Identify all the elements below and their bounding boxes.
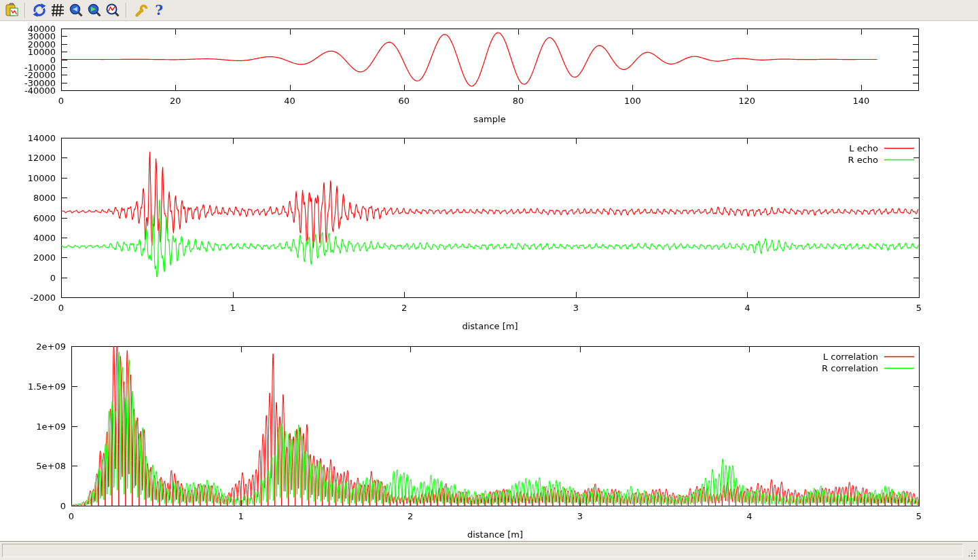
status-message — [2, 544, 963, 557]
grid-icon — [50, 3, 65, 18]
help-button[interactable]: ? — [149, 1, 168, 19]
wrench-icon — [133, 3, 148, 18]
configure-button[interactable] — [131, 1, 149, 19]
toolbar: ? — [0, 0, 978, 21]
toolbar-separator — [126, 3, 127, 18]
magnifier-forward-icon — [87, 3, 102, 18]
autoscale-button[interactable] — [103, 1, 122, 19]
toolbar-separator — [24, 3, 26, 18]
magnifier-plot-icon — [105, 3, 120, 18]
svg-text:?: ? — [155, 3, 163, 18]
magnifier-back-icon — [69, 3, 84, 18]
clipboard-chart-icon — [4, 3, 19, 18]
refresh-icon — [32, 3, 47, 18]
status-bar — [0, 541, 978, 560]
plot-surface: 020406080100120140400003000020000100000-… — [0, 21, 978, 541]
replot-button[interactable] — [30, 1, 48, 19]
toggle-grid-button[interactable] — [48, 1, 67, 19]
question-mark-icon: ? — [151, 3, 166, 18]
zoom-next-button[interactable] — [85, 1, 103, 19]
plot-canvas[interactable] — [0, 21, 978, 541]
resize-grip[interactable] — [968, 549, 977, 558]
zoom-previous-button[interactable] — [67, 1, 85, 19]
copy-to-clipboard-button[interactable] — [2, 1, 20, 19]
